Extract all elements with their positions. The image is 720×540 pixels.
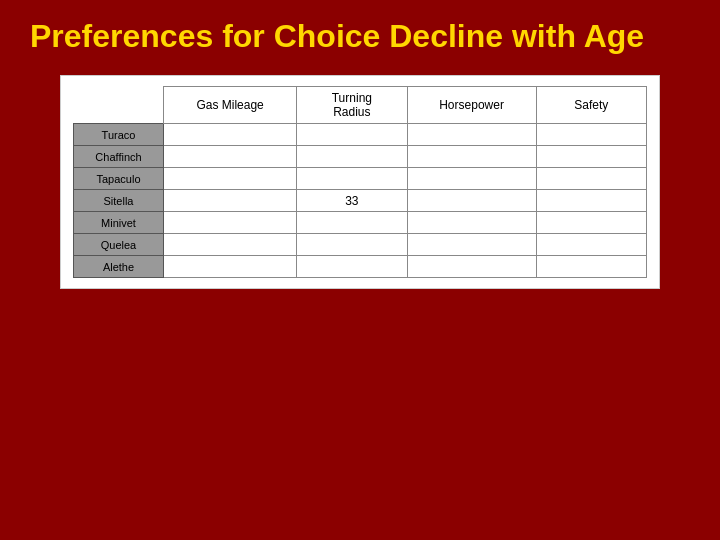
data-cell-safety[interactable] <box>536 146 646 168</box>
data-cell-safety[interactable] <box>536 124 646 146</box>
page-title: Preferences for Choice Decline with Age <box>0 0 720 65</box>
table-row: Sitella33 <box>74 190 647 212</box>
row-label: Minivet <box>74 212 164 234</box>
data-cell-gas_mileage[interactable] <box>164 256 297 278</box>
data-cell-turning_radius[interactable] <box>297 146 407 168</box>
data-cell-horsepower[interactable] <box>407 256 536 278</box>
data-cell-horsepower[interactable] <box>407 212 536 234</box>
data-cell-horsepower[interactable] <box>407 190 536 212</box>
data-cell-horsepower[interactable] <box>407 124 536 146</box>
table-row: Minivet <box>74 212 647 234</box>
data-cell-safety[interactable] <box>536 234 646 256</box>
row-label: Quelea <box>74 234 164 256</box>
data-cell-horsepower[interactable] <box>407 234 536 256</box>
row-label: Turaco <box>74 124 164 146</box>
data-cell-turning_radius[interactable] <box>297 168 407 190</box>
data-cell-safety[interactable] <box>536 256 646 278</box>
data-cell-gas_mileage[interactable] <box>164 234 297 256</box>
col-header-label <box>74 87 164 124</box>
row-label: Tapaculo <box>74 168 164 190</box>
row-label: Sitella <box>74 190 164 212</box>
row-label: Chaffinch <box>74 146 164 168</box>
table-container: Gas Mileage Turning Radius Horsepower Sa… <box>60 75 660 289</box>
col-header-horsepower: Horsepower <box>407 87 536 124</box>
table-row: Tapaculo <box>74 168 647 190</box>
data-cell-turning_radius[interactable] <box>297 212 407 234</box>
data-cell-safety[interactable] <box>536 212 646 234</box>
col-header-turning-radius: Turning Radius <box>297 87 407 124</box>
data-cell-turning_radius[interactable] <box>297 256 407 278</box>
table-row: Quelea <box>74 234 647 256</box>
col-header-safety: Safety <box>536 87 646 124</box>
data-cell-horsepower[interactable] <box>407 168 536 190</box>
data-table: Gas Mileage Turning Radius Horsepower Sa… <box>73 86 647 278</box>
data-cell-gas_mileage[interactable] <box>164 168 297 190</box>
table-row: Chaffinch <box>74 146 647 168</box>
table-row: Alethe <box>74 256 647 278</box>
col-header-gas-mileage: Gas Mileage <box>164 87 297 124</box>
data-cell-gas_mileage[interactable] <box>164 212 297 234</box>
data-cell-safety[interactable] <box>536 190 646 212</box>
data-cell-gas_mileage[interactable] <box>164 190 297 212</box>
data-cell-horsepower[interactable] <box>407 146 536 168</box>
data-cell-gas_mileage[interactable] <box>164 146 297 168</box>
data-cell-turning_radius[interactable] <box>297 124 407 146</box>
table-row: Turaco <box>74 124 647 146</box>
data-cell-gas_mileage[interactable] <box>164 124 297 146</box>
data-cell-turning_radius[interactable]: 33 <box>297 190 407 212</box>
data-cell-turning_radius[interactable] <box>297 234 407 256</box>
data-cell-safety[interactable] <box>536 168 646 190</box>
row-label: Alethe <box>74 256 164 278</box>
